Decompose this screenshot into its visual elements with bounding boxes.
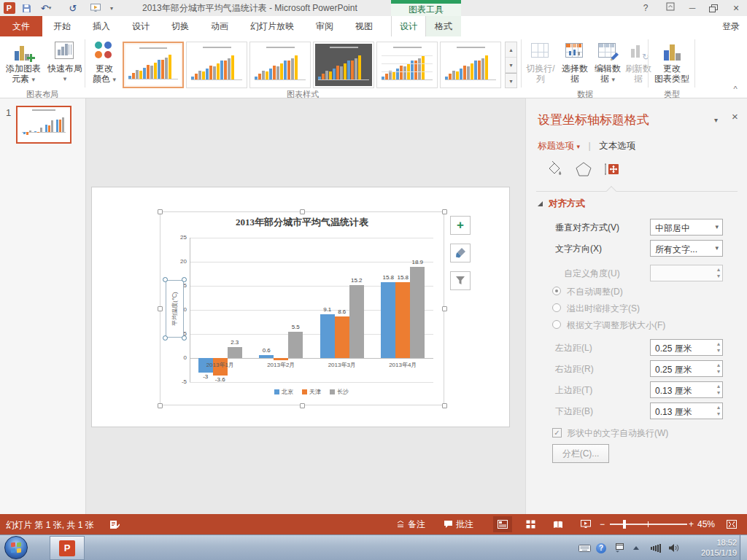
window-tray-icon[interactable] bbox=[611, 535, 626, 560]
chart-title[interactable]: 2013年部分城市平均气温统计表 bbox=[160, 216, 444, 229]
pane-options-dropdown[interactable]: ▾ bbox=[714, 116, 718, 124]
slide-thumbnail[interactable] bbox=[16, 106, 71, 144]
chart-bar[interactable] bbox=[320, 314, 335, 358]
chart-style-thumbnail-4[interactable] bbox=[313, 42, 374, 88]
legend-item[interactable]: 北京 bbox=[274, 388, 293, 396]
text-direction-dropdown[interactable]: 所有文字... ▾ bbox=[650, 240, 723, 257]
chart-style-thumbnail-6[interactable] bbox=[440, 42, 501, 88]
select-data-button[interactable]: 选择数据 bbox=[559, 39, 591, 88]
help-button[interactable]: ? bbox=[636, 1, 655, 15]
chart-style-thumbnail-2[interactable] bbox=[186, 42, 247, 88]
notes-toggle[interactable]: 备注 bbox=[396, 514, 425, 534]
edit-data-button[interactable]: 编辑数 据 ▾ bbox=[592, 39, 623, 88]
ribbon-tab-2[interactable]: 设计 bbox=[121, 16, 160, 36]
show-desktop-button[interactable] bbox=[740, 535, 747, 560]
start-slideshow-button[interactable] bbox=[89, 1, 102, 15]
y-axis-title[interactable]: 平均温度(℃) bbox=[166, 280, 184, 338]
ribbon-tab-1[interactable]: 插入 bbox=[82, 16, 121, 36]
chart-bar[interactable] bbox=[381, 282, 395, 358]
selection-handle[interactable] bbox=[300, 209, 305, 214]
selection-handle[interactable] bbox=[442, 403, 447, 408]
ribbon-display-options-button[interactable] bbox=[661, 1, 680, 15]
normal-view-button[interactable] bbox=[493, 516, 512, 532]
quick-layout-button[interactable]: 快速布局 ▾ bbox=[45, 39, 85, 88]
zoom-out-button[interactable]: − bbox=[600, 514, 605, 534]
margin-spinner[interactable]: 0.13 厘米▴▾ bbox=[650, 381, 723, 398]
margin-spinner[interactable]: 0.25 厘米▴▾ bbox=[650, 339, 723, 356]
chart-bar[interactable] bbox=[274, 358, 288, 360]
redo-button[interactable]: ↺ bbox=[67, 1, 79, 15]
ribbon-tab-0[interactable]: 开始 bbox=[42, 16, 82, 36]
ribbon-tab-7[interactable]: 视图 bbox=[344, 16, 384, 36]
zoom-slider[interactable] bbox=[610, 524, 687, 525]
axis-title-selection-handle[interactable] bbox=[163, 335, 168, 341]
slideshow-view-button[interactable] bbox=[576, 516, 595, 532]
slide-sorter-view-button[interactable] bbox=[521, 516, 540, 532]
chart-bar[interactable] bbox=[335, 316, 349, 358]
collapse-ribbon-button[interactable]: ^ bbox=[729, 85, 741, 95]
zoom-in-button[interactable]: + bbox=[689, 514, 694, 534]
powerpoint-taskbar-button[interactable]: P bbox=[50, 536, 85, 560]
close-button[interactable]: × bbox=[727, 1, 746, 15]
ribbon-tab-3[interactable]: 切换 bbox=[160, 16, 200, 36]
ribbon-tab-4[interactable]: 动画 bbox=[200, 16, 239, 36]
chart-style-thumbnail-3[interactable] bbox=[249, 42, 311, 88]
tab-text-options[interactable]: 文本选项 bbox=[599, 141, 635, 151]
tab-chart-format[interactable]: 格式 bbox=[426, 16, 461, 36]
tab-chart-design[interactable]: 设计 bbox=[391, 16, 426, 36]
show-hidden-icons-button[interactable] bbox=[629, 535, 643, 560]
selection-handle[interactable] bbox=[158, 306, 163, 311]
chart-bar[interactable] bbox=[349, 285, 364, 358]
zoom-percent[interactable]: 45% bbox=[697, 519, 715, 529]
sign-in-link[interactable]: 登录 bbox=[722, 16, 740, 36]
volume-icon[interactable] bbox=[667, 535, 681, 560]
chart-bar[interactable] bbox=[259, 355, 274, 358]
chart-style-thumbnail-5[interactable] bbox=[376, 42, 438, 88]
legend-item[interactable]: 天津 bbox=[302, 388, 321, 396]
vertical-alignment-dropdown[interactable]: 中部居中 ▾ bbox=[650, 219, 723, 236]
axis-title-selection-handle[interactable] bbox=[163, 277, 168, 282]
ribbon-tab-5[interactable]: 幻灯片放映 bbox=[239, 16, 305, 36]
tab-title-options[interactable]: 标题选项 ▾ bbox=[538, 141, 580, 151]
margin-spinner[interactable]: 0.25 厘米▴▾ bbox=[650, 360, 723, 377]
taskbar-clock[interactable]: 18:52 2015/1/19 bbox=[683, 537, 737, 558]
fit-to-window-button[interactable] bbox=[722, 516, 741, 532]
minimize-button[interactable]: ─ bbox=[683, 1, 702, 15]
gallery-scroll-up-button[interactable]: ▴ bbox=[506, 42, 516, 58]
fill-line-icon[interactable] bbox=[542, 160, 564, 179]
start-button[interactable] bbox=[4, 536, 28, 559]
chart-filters-button[interactable] bbox=[450, 271, 471, 290]
alignment-section-header[interactable]: 对齐方式 bbox=[538, 198, 585, 210]
add-chart-element-button[interactable]: 添加图表 元素 ▾ bbox=[1, 39, 45, 88]
selection-handle[interactable] bbox=[442, 209, 447, 214]
qat-customize-button[interactable]: ▾ bbox=[107, 1, 117, 15]
chart-elements-button[interactable]: + bbox=[450, 216, 471, 235]
reading-view-button[interactable] bbox=[549, 516, 568, 532]
size-properties-icon[interactable] bbox=[602, 160, 624, 179]
chart-bar[interactable] bbox=[395, 282, 410, 358]
gallery-expand-button[interactable]: ▾ bbox=[506, 73, 516, 88]
chart-bar[interactable] bbox=[228, 347, 242, 358]
help-tray-icon[interactable]: ? bbox=[594, 535, 608, 560]
change-colors-button[interactable]: 更改 颜色 ▾ bbox=[88, 39, 121, 88]
comments-toggle[interactable]: 批注 bbox=[444, 514, 473, 534]
selection-handle[interactable] bbox=[442, 306, 447, 311]
margin-spinner[interactable]: 0.13 厘米▴▾ bbox=[650, 402, 723, 419]
chart-bar[interactable] bbox=[288, 332, 303, 358]
network-signal-icon[interactable] bbox=[646, 535, 665, 560]
chart-style-thumbnail-1[interactable] bbox=[123, 42, 184, 88]
change-chart-type-button[interactable]: 更改 图表类型 bbox=[651, 39, 693, 88]
save-button[interactable] bbox=[20, 1, 32, 15]
effects-icon[interactable] bbox=[573, 160, 595, 179]
keyboard-tray-icon[interactable] bbox=[576, 535, 592, 560]
ribbon-tab-6[interactable]: 审阅 bbox=[305, 16, 344, 36]
pane-close-button[interactable]: × bbox=[732, 110, 738, 122]
chart-bar[interactable] bbox=[410, 267, 425, 358]
selection-handle[interactable] bbox=[158, 209, 163, 214]
chart-object[interactable]: 2013年部分城市平均气温统计表 平均温度(℃) 2520151050-5201… bbox=[160, 211, 444, 405]
axis-title-selection-handle[interactable] bbox=[182, 335, 187, 341]
selection-handle[interactable] bbox=[300, 403, 305, 408]
axis-title-selection-handle[interactable] bbox=[182, 277, 187, 282]
restore-button[interactable] bbox=[705, 1, 724, 15]
gallery-scroll-down-button[interactable]: ▾ bbox=[506, 58, 516, 73]
